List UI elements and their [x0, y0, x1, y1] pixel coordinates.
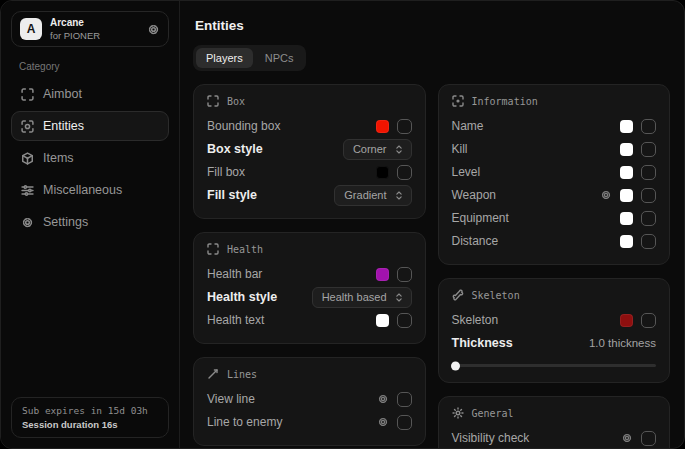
box-style-dropdown[interactable]: Corner — [343, 139, 412, 160]
setting-row: Distance — [452, 230, 657, 252]
checkbox[interactable] — [641, 142, 656, 157]
sliders-icon — [21, 184, 34, 197]
selection-box-icon — [207, 95, 219, 107]
brand-card: A Arcane for PIONER — [11, 11, 169, 47]
slider-label-row: Thickness 1.0 thickness — [452, 332, 657, 354]
chevron-up-down-icon — [394, 144, 404, 155]
setting-row: Health text — [207, 309, 412, 331]
sidebar: A Arcane for PIONER Category Aimbot Enti… — [1, 1, 180, 448]
crosshair-icon — [21, 88, 34, 101]
chevron-up-down-icon — [394, 190, 404, 201]
thickness-slider[interactable] — [452, 361, 657, 370]
color-swatch[interactable] — [620, 120, 633, 133]
setting-row: Equipment — [452, 207, 657, 229]
gear-icon[interactable] — [377, 416, 389, 428]
setting-row: Level — [452, 161, 657, 183]
bone-icon — [452, 289, 464, 301]
tab-npcs[interactable]: NPCs — [255, 48, 304, 68]
app-subtitle: for PIONER — [50, 30, 100, 42]
setting-row: Box style Corner — [207, 138, 412, 160]
checkbox[interactable] — [397, 313, 412, 328]
health-style-dropdown[interactable]: Health based — [312, 287, 412, 308]
setting-row: Skeleton — [452, 309, 657, 331]
color-swatch[interactable] — [620, 212, 633, 225]
color-swatch[interactable] — [376, 166, 389, 179]
chevron-up-down-icon — [394, 292, 404, 303]
checkbox[interactable] — [641, 188, 656, 203]
health-card: Health Health bar Health style Health ba… — [193, 232, 426, 344]
sub-expiry-text: Sub expires in 15d 03h — [22, 405, 158, 416]
checkbox[interactable] — [397, 119, 412, 134]
setting-row: View line — [207, 388, 412, 410]
checkbox[interactable] — [397, 267, 412, 282]
setting-row: Health style Health based — [207, 286, 412, 308]
main-content: Entities Players NPCs Box Bounding box — [180, 1, 684, 448]
setting-row: Line to enemy — [207, 411, 412, 433]
checkbox[interactable] — [641, 211, 656, 226]
page-title: Entities — [195, 18, 670, 33]
cube-icon — [21, 152, 34, 165]
sidebar-item-label: Entities — [43, 119, 84, 133]
checkbox[interactable] — [641, 119, 656, 134]
app-logo: A — [20, 18, 42, 40]
logo-letter: A — [27, 22, 36, 36]
checkbox[interactable] — [641, 165, 656, 180]
box-card: Box Bounding box Box style Corner — [193, 84, 426, 219]
card-title: Skeleton — [472, 290, 520, 301]
dropdown-value: Health based — [322, 291, 387, 303]
app-name: Arcane — [50, 17, 100, 30]
gear-icon — [21, 216, 34, 229]
dropdown-value: Corner — [353, 143, 387, 155]
color-swatch[interactable] — [376, 120, 389, 133]
sidebar-item-settings[interactable]: Settings — [11, 207, 169, 237]
setting-row: Kill — [452, 138, 657, 160]
lines-card: Lines View line Line to enemy — [193, 357, 426, 446]
checkbox[interactable] — [641, 431, 656, 446]
sidebar-item-aimbot[interactable]: Aimbot — [11, 79, 169, 109]
sun-icon — [452, 407, 464, 419]
checkbox[interactable] — [641, 234, 656, 249]
color-swatch[interactable] — [376, 314, 389, 327]
setting-row: Fill box — [207, 161, 412, 183]
gear-icon[interactable] — [621, 432, 633, 444]
general-card: General Visibility check Max distance — [438, 396, 671, 449]
subscription-box: Sub expires in 15d 03h Session duration … — [11, 397, 169, 438]
color-swatch[interactable] — [620, 314, 633, 327]
skeleton-card: Skeleton Skeleton Thickness 1.0 thicknes… — [438, 278, 671, 383]
card-title: Information — [472, 96, 538, 107]
checkbox[interactable] — [397, 415, 412, 430]
setting-row: Fill style Gradient — [207, 184, 412, 206]
color-swatch[interactable] — [620, 189, 633, 202]
color-swatch[interactable] — [620, 143, 633, 156]
setting-row: Health bar — [207, 263, 412, 285]
card-title: General — [472, 408, 514, 419]
setting-row: Visibility check — [452, 427, 657, 449]
setting-row: Weapon — [452, 184, 657, 206]
sidebar-item-miscellaneous[interactable]: Miscellaneous — [11, 175, 169, 205]
fill-style-dropdown[interactable]: Gradient — [334, 185, 411, 206]
selection-box-icon — [207, 243, 219, 255]
checkbox[interactable] — [397, 165, 412, 180]
slider-thumb[interactable] — [451, 361, 460, 370]
sidebar-item-label: Miscellaneous — [43, 183, 122, 197]
color-swatch[interactable] — [620, 166, 633, 179]
gear-icon[interactable] — [147, 23, 160, 36]
sidebar-item-label: Items — [43, 151, 74, 165]
gear-icon[interactable] — [600, 189, 612, 201]
color-swatch[interactable] — [620, 235, 633, 248]
tab-bar: Players NPCs — [193, 45, 306, 71]
checkbox[interactable] — [397, 392, 412, 407]
dropdown-value: Gradient — [344, 189, 386, 201]
checkbox[interactable] — [641, 313, 656, 328]
entities-icon — [21, 120, 34, 133]
sidebar-item-items[interactable]: Items — [11, 143, 169, 173]
sidebar-item-label: Aimbot — [43, 87, 82, 101]
sidebar-item-entities[interactable]: Entities — [11, 111, 169, 141]
card-title: Box — [227, 96, 245, 107]
tab-players[interactable]: Players — [196, 48, 253, 68]
setting-row: Bounding box — [207, 115, 412, 137]
gear-icon[interactable] — [377, 393, 389, 405]
card-title: Health — [227, 244, 263, 255]
color-swatch[interactable] — [376, 268, 389, 281]
session-duration-text: Session duration 16s — [22, 419, 158, 430]
